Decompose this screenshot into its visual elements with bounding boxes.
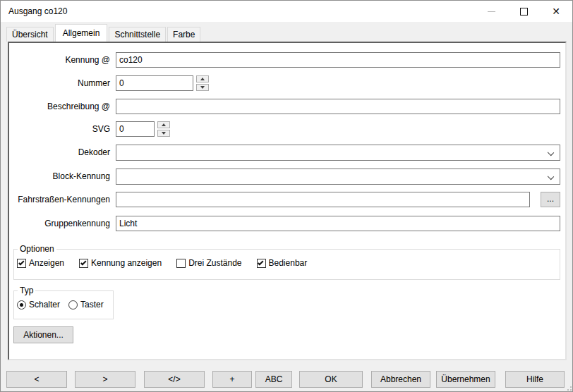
- minimize-icon: [488, 11, 495, 12]
- aktionen-button[interactable]: Aktionen...: [13, 326, 73, 343]
- typ-group-title: Typ: [18, 286, 35, 295]
- nummer-spin-down-button[interactable]: [196, 84, 209, 91]
- kennung-label: Kennung @: [9, 52, 110, 68]
- checkbox-label: Drei Zustände: [188, 258, 241, 268]
- svg-spinner: [157, 121, 170, 137]
- window-title: Ausgang co120: [1, 6, 67, 16]
- title-bar[interactable]: Ausgang co120 ✕: [1, 1, 572, 22]
- code-button[interactable]: </>: [144, 371, 205, 388]
- nummer-spinner: [196, 75, 209, 91]
- plus-button[interactable]: +: [212, 371, 252, 388]
- dekoder-dropdown[interactable]: [116, 145, 560, 161]
- tab-page-allgemein: Kennung @ Nummer Beschreibung @ SVG Deko…: [8, 42, 567, 360]
- radio-icon: [68, 300, 78, 310]
- checkbox-icon: [176, 259, 186, 268]
- block-kennung-dropdown[interactable]: [116, 169, 560, 185]
- nummer-input[interactable]: [116, 75, 193, 91]
- checkbox-label: Bedienbar: [269, 258, 308, 268]
- prev-button[interactable]: <: [6, 371, 67, 388]
- checkbox-kennung-anzeigen[interactable]: Kennung anzeigen: [79, 258, 162, 268]
- arrow-up-icon: [162, 123, 166, 126]
- maximize-icon: [520, 8, 528, 16]
- tab-uebersicht[interactable]: Übersicht: [6, 27, 54, 42]
- kennung-input[interactable]: [116, 52, 560, 68]
- checkbox-anzeigen[interactable]: Anzeigen: [17, 258, 64, 268]
- apply-button[interactable]: Übernehmen: [436, 371, 495, 388]
- tab-allgemein[interactable]: Allgemein: [55, 24, 108, 42]
- resize-grip[interactable]: [565, 384, 572, 391]
- arrow-down-icon: [162, 132, 166, 135]
- close-icon: ✕: [552, 6, 560, 16]
- checkbox-icon: [79, 259, 88, 268]
- radio-taster[interactable]: Taster: [68, 300, 104, 310]
- radio-label: Taster: [80, 300, 104, 310]
- abc-button[interactable]: ABC: [255, 371, 292, 388]
- svg-spin-down-button[interactable]: [157, 130, 170, 137]
- fahrstrassen-label: Fahrstraßen-Kennungen: [9, 192, 110, 207]
- typ-groupbox: Typ Schalter Taster: [13, 286, 114, 319]
- radio-icon: [17, 300, 26, 310]
- svg-label: SVG: [9, 121, 110, 137]
- dialog-window: Ausgang co120 ✕ Übersicht Allgemein Schn…: [0, 0, 573, 392]
- gruppenkennung-label: Gruppenkennung: [9, 216, 110, 231]
- optionen-group-title: Optionen: [18, 244, 56, 254]
- tab-farbe[interactable]: Farbe: [167, 27, 200, 42]
- tab-strip: Übersicht Allgemein Schnittstelle Farbe: [1, 22, 572, 42]
- fahrstrassen-input[interactable]: [116, 192, 530, 207]
- optionen-groupbox: Optionen Anzeigen Kennung anzeigen Drei …: [13, 244, 560, 280]
- checkbox-label: Anzeigen: [29, 258, 64, 268]
- help-button[interactable]: Hilfe: [505, 371, 565, 388]
- beschreibung-label: Beschreibung @: [9, 99, 110, 114]
- nummer-spin-up-button[interactable]: [196, 75, 209, 82]
- checkbox-bedienbar[interactable]: Bedienbar: [257, 258, 308, 268]
- arrow-up-icon: [200, 78, 205, 80]
- maximize-button[interactable]: [507, 1, 540, 22]
- fahrstrassen-browse-button[interactable]: ...: [541, 192, 560, 207]
- footer-button-bar: < > </> + ABC OK Abbrechen Übernehmen Hi…: [1, 360, 573, 392]
- svg-input[interactable]: [116, 121, 155, 137]
- arrow-down-icon: [200, 86, 205, 89]
- radio-label: Schalter: [29, 300, 60, 310]
- checkbox-label: Kennung anzeigen: [91, 258, 162, 268]
- close-button[interactable]: ✕: [540, 1, 572, 22]
- minimize-button[interactable]: [475, 1, 507, 22]
- nummer-label: Nummer: [9, 75, 110, 91]
- gruppenkennung-input[interactable]: [116, 216, 560, 231]
- next-button[interactable]: >: [75, 371, 135, 388]
- dekoder-label: Dekoder: [9, 145, 110, 160]
- block-kennung-label: Block-Kennung: [9, 169, 110, 184]
- chevron-down-icon: [548, 149, 554, 156]
- tab-schnittstelle[interactable]: Schnittstelle: [109, 27, 166, 42]
- radio-schalter[interactable]: Schalter: [17, 300, 60, 310]
- cancel-button[interactable]: Abbrechen: [371, 371, 430, 388]
- svg-spin-up-button[interactable]: [157, 121, 170, 128]
- checkbox-icon: [257, 259, 266, 268]
- checkbox-drei-zustaende[interactable]: Drei Zustände: [176, 258, 241, 268]
- checkbox-icon: [17, 259, 26, 268]
- chevron-down-icon: [548, 173, 554, 180]
- beschreibung-input[interactable]: [116, 99, 560, 114]
- ok-button[interactable]: OK: [299, 371, 363, 388]
